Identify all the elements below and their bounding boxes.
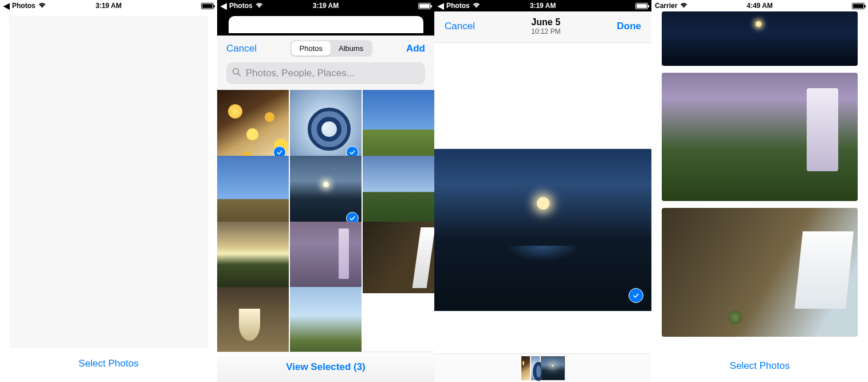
cancel-button[interactable]: Cancel bbox=[226, 43, 257, 54]
done-button[interactable]: Done bbox=[616, 21, 641, 32]
status-carrier: Carrier bbox=[655, 2, 677, 10]
nav-title-time: 10:12 PM bbox=[531, 27, 560, 36]
photo-thumbnail bbox=[217, 287, 289, 352]
status-time: 3:19 AM bbox=[313, 2, 339, 10]
status-time: 4:49 AM bbox=[747, 2, 773, 10]
status-bar: ◀ Photos 3:19 AM bbox=[434, 0, 651, 11]
cancel-button[interactable]: Cancel bbox=[445, 21, 475, 32]
photo-thumbnail bbox=[363, 156, 434, 227]
nav-title-date: June 5 bbox=[531, 17, 560, 27]
photo-cell[interactable] bbox=[290, 222, 362, 293]
selection-check-icon[interactable] bbox=[629, 288, 643, 303]
panel-photo-picker: ◀ Photos 3:19 AM Cancel Photos Albums Ad… bbox=[217, 0, 434, 382]
wifi-icon bbox=[38, 2, 46, 10]
nav-title: June 5 10:12 PM bbox=[531, 17, 560, 36]
select-photos-button[interactable]: Select Photos bbox=[730, 360, 790, 372]
search-icon bbox=[232, 68, 241, 79]
strip-thumbnail[interactable] bbox=[541, 356, 565, 380]
panel-photo-detail: ◀ Photos 3:19 AM Cancel June 5 10:12 PM … bbox=[434, 0, 651, 382]
photo-grid bbox=[217, 90, 434, 352]
photo-cell[interactable] bbox=[217, 287, 289, 352]
back-caret-icon[interactable]: ◀ bbox=[3, 1, 10, 10]
sheet-peek bbox=[217, 11, 434, 36]
battery-icon bbox=[201, 3, 214, 9]
photo-cell[interactable] bbox=[290, 156, 362, 227]
wifi-icon bbox=[472, 2, 481, 10]
thumbnail-strip bbox=[434, 353, 651, 382]
picker-header: Cancel Photos Albums Add bbox=[217, 36, 434, 62]
photo-thumbnail bbox=[217, 222, 289, 293]
view-selected-button[interactable]: View Selected (3) bbox=[217, 352, 434, 382]
photo-cell[interactable] bbox=[290, 287, 362, 352]
list-item[interactable] bbox=[662, 208, 858, 337]
strip-thumbnail[interactable] bbox=[521, 356, 530, 380]
detail-photo[interactable] bbox=[434, 149, 651, 311]
search-input[interactable] bbox=[226, 62, 425, 84]
back-caret-icon[interactable]: ◀ bbox=[438, 1, 444, 10]
photo-cell[interactable] bbox=[217, 90, 289, 162]
panel-selected-list: Carrier 4:49 AM Select Photos bbox=[651, 0, 868, 382]
photo-cell[interactable] bbox=[363, 222, 434, 293]
status-time: 3:19 AM bbox=[530, 2, 556, 10]
list-item[interactable] bbox=[662, 11, 858, 66]
detail-nav-bar: Cancel June 5 10:12 PM Done bbox=[434, 11, 651, 43]
segment-albums[interactable]: Albums bbox=[331, 41, 371, 56]
photo-cell[interactable] bbox=[290, 90, 362, 162]
list-item[interactable] bbox=[662, 73, 858, 201]
photo-cell[interactable] bbox=[217, 222, 289, 293]
empty-canvas bbox=[9, 16, 208, 348]
panel-empty-state: ◀ Photos 3:19 AM Select Photos bbox=[0, 0, 217, 382]
strip-thumbnail[interactable] bbox=[531, 356, 540, 380]
photo-thumbnail bbox=[290, 222, 362, 293]
select-photos-button[interactable]: Select Photos bbox=[78, 358, 139, 369]
status-bar: ◀ Photos 3:19 AM bbox=[0, 0, 217, 11]
selected-photos-list[interactable] bbox=[651, 11, 868, 352]
status-back-app[interactable]: Photos bbox=[12, 2, 36, 10]
battery-icon bbox=[635, 3, 648, 9]
battery-icon bbox=[418, 3, 431, 9]
photo-thumbnail bbox=[363, 90, 434, 162]
wifi-icon bbox=[680, 2, 688, 10]
photo-thumbnail bbox=[363, 222, 434, 293]
photo-cell[interactable] bbox=[363, 156, 434, 227]
segmented-control: Photos Albums bbox=[290, 40, 373, 57]
add-button[interactable]: Add bbox=[406, 43, 425, 54]
photo-thumbnail bbox=[217, 156, 289, 227]
battery-icon bbox=[852, 3, 865, 9]
status-back-app[interactable]: Photos bbox=[229, 2, 253, 10]
status-bar: Carrier 4:49 AM bbox=[651, 0, 868, 11]
svg-line-1 bbox=[238, 73, 240, 76]
segment-photos[interactable]: Photos bbox=[292, 41, 331, 56]
status-back-app[interactable]: Photos bbox=[446, 2, 470, 10]
photo-cell[interactable] bbox=[217, 156, 289, 227]
status-time: 3:19 AM bbox=[96, 2, 122, 10]
back-caret-icon[interactable]: ◀ bbox=[221, 1, 227, 10]
wifi-icon bbox=[255, 2, 264, 10]
status-bar: ◀ Photos 3:19 AM bbox=[217, 0, 434, 11]
photo-cell[interactable] bbox=[363, 90, 434, 162]
photo-thumbnail bbox=[290, 287, 362, 352]
